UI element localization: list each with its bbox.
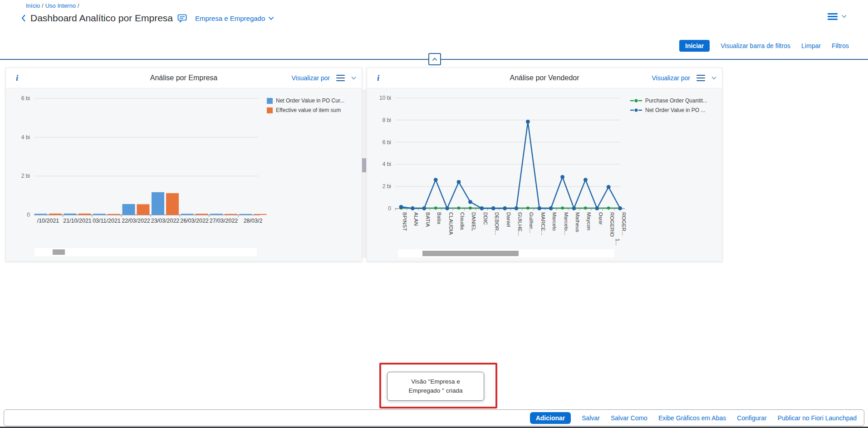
bar[interactable] (49, 214, 62, 215)
breadcrumb-link[interactable]: Início (26, 2, 40, 9)
view-selector[interactable]: Empresa e Empregado (195, 15, 274, 22)
legend-line-marker (630, 98, 642, 103)
menu-icon (828, 13, 838, 20)
y-axis-tick-label: 0 (27, 212, 30, 218)
info-icon[interactable]: i (377, 73, 379, 83)
back-button[interactable] (21, 14, 26, 22)
card-header: i Análise por Vendedor Visualizar por (367, 68, 722, 88)
legend-line-marker (630, 108, 642, 112)
horizontal-scrollbar-track[interactable] (398, 249, 614, 258)
card-analise-por-vendedor: i Análise por Vendedor Visualizar por 02… (367, 68, 722, 262)
vertical-scrollbar-thumb[interactable] (362, 158, 366, 172)
legend-item[interactable]: Effective value of item sum (267, 107, 344, 113)
filterbar-actions: Iniciar Visualizar barra de filtrosLimpa… (679, 40, 849, 52)
visualizar-por-link[interactable]: Visualizar por (291, 74, 330, 82)
footer-action-configurar[interactable]: Configurar (737, 414, 766, 422)
data-point[interactable] (526, 120, 530, 124)
data-point[interactable] (503, 206, 507, 210)
data-point[interactable] (457, 180, 461, 184)
bar[interactable] (210, 214, 223, 215)
breadcrumb-link[interactable]: Uso Interno (45, 2, 76, 9)
data-point[interactable] (618, 206, 622, 210)
bar[interactable] (225, 214, 237, 215)
data-point[interactable] (434, 206, 437, 209)
bar[interactable] (166, 193, 179, 215)
data-point[interactable] (607, 206, 610, 209)
vertical-scrollbar-track[interactable] (362, 89, 366, 258)
bar[interactable] (34, 214, 47, 215)
data-point[interactable] (434, 178, 438, 182)
bar[interactable] (152, 192, 164, 215)
data-point[interactable] (561, 206, 564, 209)
series-line (401, 122, 620, 208)
bar[interactable] (181, 214, 194, 215)
data-point[interactable] (584, 206, 587, 209)
data-point[interactable] (480, 206, 484, 210)
data-point[interactable] (595, 206, 599, 210)
chart-menu-icon[interactable] (696, 75, 705, 81)
iniciar-button[interactable]: Iniciar (679, 40, 710, 52)
chevron-down-icon[interactable] (351, 76, 356, 80)
horizontal-scrollbar-track[interactable] (34, 248, 257, 256)
data-point[interactable] (399, 205, 403, 209)
data-point[interactable] (422, 206, 426, 210)
bar[interactable] (108, 214, 120, 215)
x-axis-label: ROGER... (621, 212, 627, 236)
horizontal-scrollbar-thumb[interactable] (53, 249, 65, 255)
horizontal-scrollbar-thumb[interactable] (422, 251, 519, 256)
feedback-button[interactable] (177, 14, 187, 23)
bar[interactable] (137, 204, 150, 215)
x-axis-label: 26/03/2022 (180, 218, 209, 224)
data-point[interactable] (572, 206, 576, 210)
data-point[interactable] (584, 178, 588, 182)
x-axis-label: Guilher... (529, 212, 534, 233)
data-point[interactable] (607, 185, 611, 189)
toast-line2: Empregado " criada (409, 386, 463, 395)
data-point[interactable] (469, 206, 472, 209)
header-action-limpar[interactable]: Limpar (801, 42, 821, 49)
legend-item[interactable]: Net Order Value in PO Cur... (267, 97, 344, 104)
chevron-down-icon[interactable] (711, 76, 716, 80)
data-point[interactable] (537, 206, 541, 210)
x-axis-label: Marcelo (552, 212, 557, 231)
footer-action-salvar-como[interactable]: Salvar Como (611, 414, 647, 422)
x-axis-label: Batia (436, 212, 442, 224)
x-axis-label: 03/11/2021 (93, 218, 121, 224)
y-axis-tick-label: 0 (388, 205, 391, 212)
x-axis-label: Marcelo... (564, 212, 569, 235)
header-action-filtros[interactable]: Filtros (832, 42, 849, 49)
visualizar-por-link[interactable]: Visualizar por (652, 74, 690, 82)
info-icon[interactable]: i (16, 73, 18, 83)
data-point[interactable] (468, 200, 472, 204)
legend-item[interactable]: Purchase Order Quantit... (630, 97, 707, 104)
x-axis-label: DEBOR... (494, 212, 500, 235)
bar[interactable] (123, 204, 135, 215)
bar[interactable] (93, 214, 106, 215)
bar[interactable] (196, 214, 208, 215)
breadcrumb: Início/Uso Interno/ (26, 2, 81, 9)
vendedor-line-chart: 02 bi4 bi6 bi8 bi10 biBPINSTALANBATIABat… (367, 88, 722, 262)
data-point[interactable] (549, 206, 553, 210)
header-action-visualizar-barra-de-filtros[interactable]: Visualizar barra de filtros (721, 42, 790, 49)
bar[interactable] (254, 214, 267, 215)
data-point[interactable] (491, 206, 495, 210)
y-axis-tick-label: 6 bi (21, 95, 30, 102)
bar[interactable] (78, 214, 91, 215)
footer-action-publicar-no-fiori-launchpad[interactable]: Publicar no Fiori Launchpad (778, 414, 857, 422)
collapse-header-button[interactable] (428, 53, 441, 65)
page-menu-button[interactable] (828, 13, 847, 20)
adicionar-button[interactable]: Adicionar (530, 412, 571, 424)
data-point[interactable] (526, 206, 530, 209)
data-point[interactable] (411, 206, 415, 210)
footer-action-salvar[interactable]: Salvar (582, 414, 600, 422)
bar[interactable] (64, 214, 77, 215)
footer-action-exibe-gr-ficos-em-abas[interactable]: Exibe Gráficos em Abas (658, 414, 726, 422)
data-point[interactable] (560, 175, 564, 179)
bar[interactable] (240, 214, 252, 215)
chart-menu-icon[interactable] (336, 75, 345, 81)
legend-item[interactable]: Net Order Value in PO ... (630, 107, 707, 113)
data-point[interactable] (457, 206, 461, 209)
data-point[interactable] (445, 206, 449, 210)
x-axis-label: ALAN (413, 212, 419, 226)
data-point[interactable] (515, 206, 519, 210)
